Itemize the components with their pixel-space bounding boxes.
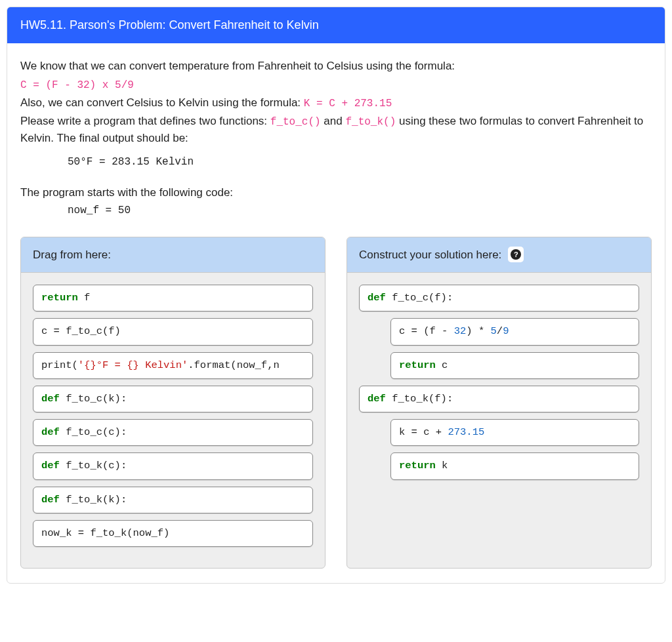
code-text: .format(now_f,n <box>188 359 280 371</box>
target-block[interactable]: def f_to_k(f): <box>359 386 639 412</box>
keyword: def <box>41 393 60 405</box>
parsons-target-column[interactable]: Construct your solution here: ? def f_to… <box>346 237 652 569</box>
source-block[interactable]: def f_to_k(k): <box>33 487 313 513</box>
keyword: def <box>368 292 386 304</box>
target-block[interactable]: c = (f - 32) * 5/9 <box>390 318 639 345</box>
parsons-area: Drag from here: return f c = f_to_c(f) p… <box>20 237 652 569</box>
code-text: f_to_k(c): <box>60 460 127 471</box>
string-literal: '{}°F = {} Kelvin' <box>78 359 188 371</box>
intro-line-2-prefix: Also, we can convert Celsius to Kelvin u… <box>20 96 304 109</box>
formula-1: C = (F - 32) x 5/9 <box>20 79 134 91</box>
target-block[interactable]: return k <box>390 452 639 479</box>
code-text: f <box>78 292 91 304</box>
parsons-source-header: Drag from here: <box>21 237 325 273</box>
number: 9 <box>503 325 509 337</box>
code-text: c = (f - <box>399 325 454 337</box>
parsons-source-body[interactable]: return f c = f_to_c(f) print('{}°F = {} … <box>21 273 325 568</box>
target-block[interactable]: def f_to_c(f): <box>359 285 639 311</box>
question-title-bar: HW5.11. Parson's Problem: Convert Fahren… <box>7 7 665 43</box>
keyword: def <box>368 393 386 405</box>
keyword: return <box>399 359 436 371</box>
help-icon: ? <box>511 249 521 260</box>
keyword: def <box>41 460 60 471</box>
question-card: HW5.11. Parson's Problem: Convert Fahren… <box>7 7 665 584</box>
keyword: return <box>399 460 436 471</box>
code-text: print( <box>41 359 78 371</box>
source-block[interactable]: print('{}°F = {} Kelvin'.format(now_f,n <box>33 352 313 379</box>
source-block[interactable]: def f_to_k(c): <box>33 452 313 479</box>
keyword: def <box>41 494 60 506</box>
code-text: / <box>497 325 503 337</box>
keyword: def <box>41 426 60 438</box>
target-block[interactable]: return c <box>390 352 639 379</box>
code-text: k <box>436 460 448 471</box>
code-text: f_to_c(k): <box>60 393 127 405</box>
formula-2: K = C + 273.15 <box>304 98 392 110</box>
number: 5 <box>491 325 497 337</box>
question-content: We know that we can convert temperature … <box>7 43 665 583</box>
code-text: f_to_c(c): <box>60 426 127 438</box>
starts-with-text: The program starts with the following co… <box>20 184 652 201</box>
parsons-source-column[interactable]: Drag from here: return f c = f_to_c(f) p… <box>20 237 326 569</box>
source-header-text: Drag from here: <box>33 247 111 264</box>
code-text: c = f_to_c(f) <box>41 325 121 337</box>
parsons-target-header: Construct your solution here: ? <box>347 237 651 273</box>
starter-code: now_f = 50 <box>68 203 652 218</box>
code-text: ) * <box>466 325 490 337</box>
intro-line-1: We know that we can convert temperature … <box>20 58 652 75</box>
question-title: HW5.11. Parson's Problem: Convert Fahren… <box>20 18 319 31</box>
source-block[interactable]: def f_to_c(k): <box>33 386 313 412</box>
code-text: f_to_k(k): <box>60 494 127 506</box>
number: 32 <box>454 325 467 337</box>
expected-output: 50°F = 283.15 Kelvin <box>68 154 652 170</box>
code-text: f_to_k(f): <box>386 393 453 405</box>
intro-and: and <box>321 115 346 127</box>
intro-line-3-prefix: Please write a program that defines two … <box>20 115 270 127</box>
parsons-target-body[interactable]: def f_to_c(f): c = (f - 32) * 5/9 return… <box>347 273 651 501</box>
source-block[interactable]: c = f_to_c(f) <box>33 318 313 345</box>
code-text: now_k = f_to_k(now_f) <box>41 527 169 539</box>
code-text: k = c + <box>399 426 448 438</box>
target-header-text: Construct your solution here: <box>359 247 501 264</box>
source-block[interactable]: def f_to_c(c): <box>33 419 313 446</box>
target-block[interactable]: k = c + 273.15 <box>390 419 639 446</box>
code-text: c <box>436 359 448 371</box>
code-text: f_to_c(f): <box>386 292 453 304</box>
help-button[interactable]: ? <box>508 247 524 262</box>
fn1-code: f_to_c() <box>270 116 321 128</box>
source-block[interactable]: now_k = f_to_k(now_f) <box>33 520 313 547</box>
source-block[interactable]: return f <box>33 285 313 311</box>
number: 273.15 <box>448 426 484 438</box>
fn2-code: f_to_k() <box>345 116 396 128</box>
keyword: return <box>41 292 78 304</box>
